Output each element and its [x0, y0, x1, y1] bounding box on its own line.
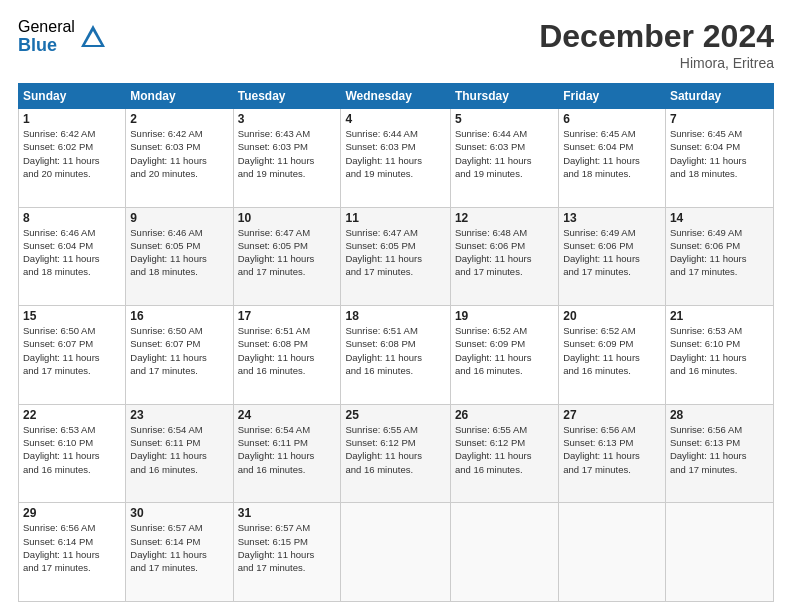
- calendar-cell: 18Sunrise: 6:51 AM Sunset: 6:08 PM Dayli…: [341, 306, 450, 405]
- day-info: Sunrise: 6:45 AM Sunset: 6:04 PM Dayligh…: [563, 127, 661, 180]
- calendar-cell: 20Sunrise: 6:52 AM Sunset: 6:09 PM Dayli…: [559, 306, 666, 405]
- day-number: 15: [23, 309, 121, 323]
- day-number: 8: [23, 211, 121, 225]
- week-row-2: 8Sunrise: 6:46 AM Sunset: 6:04 PM Daylig…: [19, 207, 774, 306]
- day-info: Sunrise: 6:49 AM Sunset: 6:06 PM Dayligh…: [563, 226, 661, 279]
- day-info: Sunrise: 6:57 AM Sunset: 6:14 PM Dayligh…: [130, 521, 228, 574]
- calendar-cell: [341, 503, 450, 602]
- calendar-cell: 23Sunrise: 6:54 AM Sunset: 6:11 PM Dayli…: [126, 404, 233, 503]
- calendar-cell: 26Sunrise: 6:55 AM Sunset: 6:12 PM Dayli…: [450, 404, 558, 503]
- day-info: Sunrise: 6:56 AM Sunset: 6:13 PM Dayligh…: [670, 423, 769, 476]
- day-info: Sunrise: 6:50 AM Sunset: 6:07 PM Dayligh…: [23, 324, 121, 377]
- header-day-monday: Monday: [126, 84, 233, 109]
- day-number: 5: [455, 112, 554, 126]
- calendar-cell: 29Sunrise: 6:56 AM Sunset: 6:14 PM Dayli…: [19, 503, 126, 602]
- day-number: 24: [238, 408, 337, 422]
- calendar-cell: 3Sunrise: 6:43 AM Sunset: 6:03 PM Daylig…: [233, 109, 341, 208]
- day-number: 13: [563, 211, 661, 225]
- calendar-cell: 6Sunrise: 6:45 AM Sunset: 6:04 PM Daylig…: [559, 109, 666, 208]
- day-number: 7: [670, 112, 769, 126]
- logo: General Blue: [18, 18, 107, 55]
- day-number: 9: [130, 211, 228, 225]
- day-number: 11: [345, 211, 445, 225]
- calendar-cell: 13Sunrise: 6:49 AM Sunset: 6:06 PM Dayli…: [559, 207, 666, 306]
- header-day-saturday: Saturday: [665, 84, 773, 109]
- calendar-cell: [450, 503, 558, 602]
- header-row: SundayMondayTuesdayWednesdayThursdayFrid…: [19, 84, 774, 109]
- calendar-cell: 30Sunrise: 6:57 AM Sunset: 6:14 PM Dayli…: [126, 503, 233, 602]
- day-info: Sunrise: 6:42 AM Sunset: 6:02 PM Dayligh…: [23, 127, 121, 180]
- week-row-3: 15Sunrise: 6:50 AM Sunset: 6:07 PM Dayli…: [19, 306, 774, 405]
- header-day-tuesday: Tuesday: [233, 84, 341, 109]
- day-number: 18: [345, 309, 445, 323]
- logo-text: General Blue: [18, 18, 75, 55]
- day-info: Sunrise: 6:46 AM Sunset: 6:04 PM Dayligh…: [23, 226, 121, 279]
- calendar-cell: 24Sunrise: 6:54 AM Sunset: 6:11 PM Dayli…: [233, 404, 341, 503]
- day-number: 28: [670, 408, 769, 422]
- calendar-cell: [665, 503, 773, 602]
- week-row-1: 1Sunrise: 6:42 AM Sunset: 6:02 PM Daylig…: [19, 109, 774, 208]
- day-info: Sunrise: 6:56 AM Sunset: 6:13 PM Dayligh…: [563, 423, 661, 476]
- calendar-cell: 14Sunrise: 6:49 AM Sunset: 6:06 PM Dayli…: [665, 207, 773, 306]
- calendar-cell: 10Sunrise: 6:47 AM Sunset: 6:05 PM Dayli…: [233, 207, 341, 306]
- day-info: Sunrise: 6:44 AM Sunset: 6:03 PM Dayligh…: [455, 127, 554, 180]
- calendar-cell: 2Sunrise: 6:42 AM Sunset: 6:03 PM Daylig…: [126, 109, 233, 208]
- day-info: Sunrise: 6:42 AM Sunset: 6:03 PM Dayligh…: [130, 127, 228, 180]
- day-number: 20: [563, 309, 661, 323]
- day-number: 12: [455, 211, 554, 225]
- day-number: 30: [130, 506, 228, 520]
- header-day-sunday: Sunday: [19, 84, 126, 109]
- day-info: Sunrise: 6:52 AM Sunset: 6:09 PM Dayligh…: [455, 324, 554, 377]
- day-number: 17: [238, 309, 337, 323]
- calendar-cell: 5Sunrise: 6:44 AM Sunset: 6:03 PM Daylig…: [450, 109, 558, 208]
- logo-general: General: [18, 18, 75, 36]
- day-number: 16: [130, 309, 228, 323]
- day-number: 14: [670, 211, 769, 225]
- day-info: Sunrise: 6:43 AM Sunset: 6:03 PM Dayligh…: [238, 127, 337, 180]
- day-info: Sunrise: 6:51 AM Sunset: 6:08 PM Dayligh…: [238, 324, 337, 377]
- calendar-body: 1Sunrise: 6:42 AM Sunset: 6:02 PM Daylig…: [19, 109, 774, 602]
- day-number: 27: [563, 408, 661, 422]
- day-info: Sunrise: 6:46 AM Sunset: 6:05 PM Dayligh…: [130, 226, 228, 279]
- day-info: Sunrise: 6:53 AM Sunset: 6:10 PM Dayligh…: [670, 324, 769, 377]
- day-number: 4: [345, 112, 445, 126]
- day-number: 26: [455, 408, 554, 422]
- location: Himora, Eritrea: [539, 55, 774, 71]
- day-number: 6: [563, 112, 661, 126]
- day-info: Sunrise: 6:48 AM Sunset: 6:06 PM Dayligh…: [455, 226, 554, 279]
- day-number: 25: [345, 408, 445, 422]
- logo-blue: Blue: [18, 36, 75, 56]
- calendar-cell: 1Sunrise: 6:42 AM Sunset: 6:02 PM Daylig…: [19, 109, 126, 208]
- day-number: 31: [238, 506, 337, 520]
- day-info: Sunrise: 6:57 AM Sunset: 6:15 PM Dayligh…: [238, 521, 337, 574]
- day-info: Sunrise: 6:49 AM Sunset: 6:06 PM Dayligh…: [670, 226, 769, 279]
- calendar-cell: 15Sunrise: 6:50 AM Sunset: 6:07 PM Dayli…: [19, 306, 126, 405]
- day-number: 23: [130, 408, 228, 422]
- header-day-friday: Friday: [559, 84, 666, 109]
- week-row-5: 29Sunrise: 6:56 AM Sunset: 6:14 PM Dayli…: [19, 503, 774, 602]
- calendar-cell: 28Sunrise: 6:56 AM Sunset: 6:13 PM Dayli…: [665, 404, 773, 503]
- month-title: December 2024: [539, 18, 774, 55]
- day-info: Sunrise: 6:56 AM Sunset: 6:14 PM Dayligh…: [23, 521, 121, 574]
- day-info: Sunrise: 6:45 AM Sunset: 6:04 PM Dayligh…: [670, 127, 769, 180]
- calendar-cell: 21Sunrise: 6:53 AM Sunset: 6:10 PM Dayli…: [665, 306, 773, 405]
- day-info: Sunrise: 6:44 AM Sunset: 6:03 PM Dayligh…: [345, 127, 445, 180]
- calendar-cell: 19Sunrise: 6:52 AM Sunset: 6:09 PM Dayli…: [450, 306, 558, 405]
- day-info: Sunrise: 6:55 AM Sunset: 6:12 PM Dayligh…: [345, 423, 445, 476]
- day-info: Sunrise: 6:50 AM Sunset: 6:07 PM Dayligh…: [130, 324, 228, 377]
- day-number: 29: [23, 506, 121, 520]
- calendar-cell: 16Sunrise: 6:50 AM Sunset: 6:07 PM Dayli…: [126, 306, 233, 405]
- calendar-cell: 27Sunrise: 6:56 AM Sunset: 6:13 PM Dayli…: [559, 404, 666, 503]
- day-number: 3: [238, 112, 337, 126]
- calendar-cell: 17Sunrise: 6:51 AM Sunset: 6:08 PM Dayli…: [233, 306, 341, 405]
- header-day-wednesday: Wednesday: [341, 84, 450, 109]
- day-number: 21: [670, 309, 769, 323]
- header-day-thursday: Thursday: [450, 84, 558, 109]
- calendar-cell: 11Sunrise: 6:47 AM Sunset: 6:05 PM Dayli…: [341, 207, 450, 306]
- day-number: 2: [130, 112, 228, 126]
- logo-icon: [79, 23, 107, 51]
- calendar-cell: 12Sunrise: 6:48 AM Sunset: 6:06 PM Dayli…: [450, 207, 558, 306]
- calendar-cell: 31Sunrise: 6:57 AM Sunset: 6:15 PM Dayli…: [233, 503, 341, 602]
- day-info: Sunrise: 6:53 AM Sunset: 6:10 PM Dayligh…: [23, 423, 121, 476]
- day-info: Sunrise: 6:47 AM Sunset: 6:05 PM Dayligh…: [345, 226, 445, 279]
